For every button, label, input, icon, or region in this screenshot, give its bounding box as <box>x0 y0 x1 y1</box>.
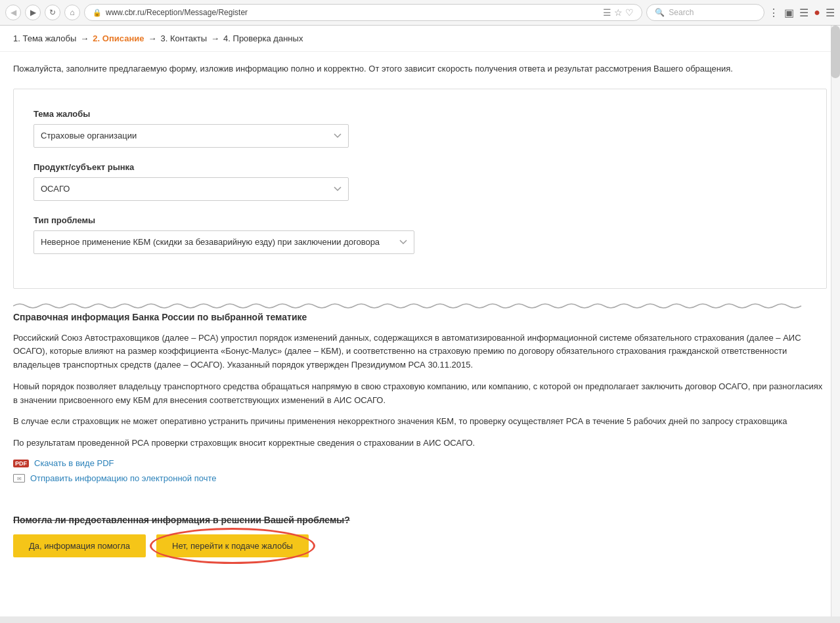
feedback-section: Помогла ли предоставленная информация в … <box>0 502 840 577</box>
scrollbar[interactable] <box>831 26 840 616</box>
tabs-icon[interactable]: ▣ <box>784 7 794 19</box>
back-button[interactable]: ◀ <box>5 5 21 20</box>
field-product-label: Продукт/субъект рынка <box>33 162 807 172</box>
step-arrow-1: → <box>80 33 89 43</box>
pdf-link[interactable]: Скачать в виде PDF <box>34 458 114 468</box>
field-type-select[interactable]: Неверное применение КБМ (скидки за безав… <box>33 230 414 254</box>
email-icon: ✉ <box>13 474 25 483</box>
field-tema-label: Тема жалобы <box>33 109 807 119</box>
search-placeholder: Search <box>669 8 694 17</box>
bookmark-icon[interactable]: ☰ <box>603 7 611 18</box>
step-4: 4. Проверка данных <box>223 33 303 43</box>
wavy-divider <box>13 302 827 312</box>
step-3: 3. Контакты <box>160 33 207 43</box>
info-title: Справочная информация Банка России по вы… <box>13 312 827 322</box>
home-button[interactable]: ⌂ <box>64 5 80 20</box>
btn-no-wrapper: Нет, перейти к подаче жалобы <box>156 534 309 557</box>
step-2: 2. Описание <box>93 33 144 43</box>
feedback-question: Помогла ли предоставленная информация в … <box>13 515 350 525</box>
search-bar[interactable]: 🔍 Search <box>646 4 764 21</box>
forward-button[interactable]: ▶ <box>25 5 41 20</box>
sidebar-icon[interactable]: ☰ <box>799 7 808 19</box>
email-link-row: ✉ Отправить информацию по электронной по… <box>13 473 827 483</box>
pdf-badge: PDF <box>13 460 29 467</box>
info-section: Справочная информация Банка России по вы… <box>0 312 840 502</box>
menu-icon[interactable]: ☰ <box>826 7 835 19</box>
profile-icon[interactable]: ● <box>814 7 820 18</box>
form-card: Тема жалобы Страховые организации Продук… <box>13 89 827 289</box>
field-product-select[interactable]: ОСАГО <box>33 177 349 201</box>
feedback-question-wrapper: Помогла ли предоставленная информация в … <box>13 515 827 525</box>
address-bar[interactable]: 🔒 www.cbr.ru/Reception/Message/Register … <box>84 4 642 21</box>
btn-yes[interactable]: Да, информация помогла <box>13 534 146 557</box>
steps-bar: 1. Тема жалобы → 2. Описание → 3. Контак… <box>0 26 840 52</box>
search-icon: 🔍 <box>655 8 665 17</box>
info-paragraph-2: Новый порядок позволяет владельцу трансп… <box>13 380 827 408</box>
step-arrow-3: → <box>211 33 219 43</box>
field-type-label: Тип проблемы <box>33 215 807 225</box>
lock-icon: 🔒 <box>93 9 102 17</box>
field-tema: Тема жалобы Страховые организации <box>33 109 807 148</box>
step-1: 1. Тема жалобы <box>13 33 76 43</box>
library-icon[interactable]: ⋮ <box>768 7 779 19</box>
feedback-buttons: Да, информация помогла Нет, перейти к по… <box>13 534 827 557</box>
step-arrow-2: → <box>148 33 156 43</box>
star-icon[interactable]: ☆ <box>614 7 623 18</box>
pdf-link-row: PDF Скачать в виде PDF <box>13 458 827 468</box>
btn-no[interactable]: Нет, перейти к подаче жалобы <box>156 534 309 557</box>
field-product: Продукт/субъект рынка ОСАГО <box>33 162 807 201</box>
intro-text: Пожалуйста, заполните предлагаемую форму… <box>0 52 840 89</box>
field-type: Тип проблемы Неверное применение КБМ (ск… <box>33 215 807 254</box>
info-paragraph-1: Российский Союз Автостраховщиков (далее … <box>13 332 827 372</box>
reload-button[interactable]: ↻ <box>45 5 60 20</box>
heart-icon[interactable]: ♡ <box>625 7 634 18</box>
field-tema-select[interactable]: Страховые организации <box>33 124 349 148</box>
email-link[interactable]: Отправить информацию по электронной почт… <box>30 473 216 483</box>
scrollbar-thumb[interactable] <box>831 26 840 78</box>
info-paragraph-3: В случае если страховщик не может операт… <box>13 415 827 429</box>
info-paragraph-4: По результатам проведенной РСА проверки … <box>13 437 827 450</box>
url-text: www.cbr.ru/Reception/Message/Register <box>106 8 599 17</box>
